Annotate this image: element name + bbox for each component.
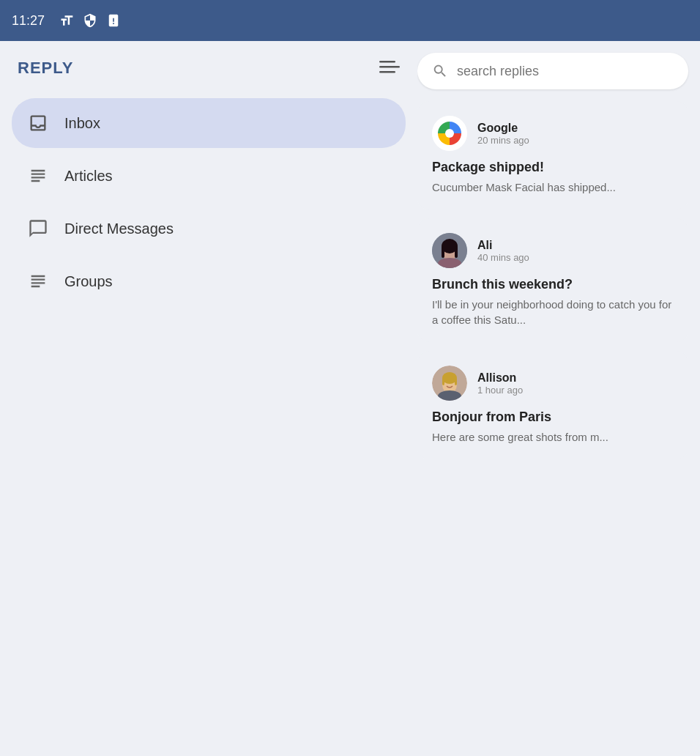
- avatar-allison: [432, 366, 467, 401]
- sidebar-item-articles-label: Articles: [64, 168, 113, 185]
- avatar-google: [432, 116, 467, 151]
- shield-icon: [83, 13, 97, 28]
- search-bar: [417, 53, 688, 89]
- menu-collapse-button[interactable]: [379, 61, 400, 75]
- sidebar-item-groups-label: Groups: [64, 273, 113, 290]
- svg-rect-1: [379, 66, 400, 68]
- message-subject-ali: Brunch this weekend?: [432, 277, 674, 292]
- svg-rect-2: [379, 71, 395, 73]
- messages-list: Google 20 mins ago Package shipped! Cucu…: [417, 101, 700, 756]
- message-header-ali: Ali 40 mins ago: [432, 233, 674, 268]
- sender-time-allison: 1 hour ago: [477, 385, 674, 396]
- sidebar: REPLY Inbox Arti: [0, 41, 417, 756]
- status-time: 11:27: [12, 13, 45, 29]
- message-subject-allison: Bonjour from Paris: [432, 410, 674, 425]
- sender-info-allison: Allison 1 hour ago: [477, 371, 674, 396]
- message-card-allison[interactable]: Allison 1 hour ago Bonjour from Paris He…: [417, 351, 688, 459]
- svg-rect-9: [455, 246, 458, 258]
- sidebar-item-articles[interactable]: Articles: [12, 151, 406, 201]
- search-icon: [432, 63, 448, 79]
- svg-rect-14: [442, 378, 444, 385]
- sidebar-item-groups[interactable]: Groups: [12, 256, 406, 306]
- sidebar-item-direct-messages[interactable]: Direct Messages: [12, 204, 406, 253]
- sidebar-nav: Inbox Articles Direct Messages Groups: [12, 98, 406, 306]
- sender-name-ali: Ali: [477, 239, 674, 252]
- inbox-icon: [26, 111, 50, 135]
- svg-rect-15: [455, 378, 457, 385]
- message-subject-google: Package shipped!: [432, 160, 674, 175]
- direct-messages-icon: [26, 217, 50, 240]
- app-container: REPLY Inbox Arti: [0, 41, 700, 756]
- svg-point-4: [445, 129, 454, 138]
- message-preview-allison: Here are some great shots from m...: [432, 429, 674, 445]
- font-icon: [59, 13, 74, 28]
- sender-name-allison: Allison: [477, 371, 674, 385]
- avatar-ali: [432, 233, 467, 268]
- sender-info-google: Google 20 mins ago: [477, 122, 674, 146]
- groups-icon: [26, 270, 50, 293]
- sender-time-ali: 40 mins ago: [477, 252, 674, 263]
- sim-icon: [106, 13, 121, 28]
- sidebar-item-direct-messages-label: Direct Messages: [64, 220, 174, 237]
- app-title: REPLY: [18, 59, 73, 78]
- search-input[interactable]: [457, 64, 674, 79]
- status-bar: 11:27: [0, 0, 700, 41]
- articles-icon: [26, 164, 50, 188]
- sender-info-ali: Ali 40 mins ago: [477, 239, 674, 263]
- svg-rect-8: [442, 246, 444, 258]
- message-header-allison: Allison 1 hour ago: [432, 366, 674, 401]
- sidebar-item-inbox[interactable]: Inbox: [12, 98, 406, 148]
- message-preview-ali: I'll be in your neighborhood doing to ca…: [432, 297, 674, 327]
- svg-rect-0: [379, 61, 395, 63]
- message-preview-google: Cucumber Mask Facial has shipped...: [432, 179, 674, 195]
- message-card-google[interactable]: Google 20 mins ago Package shipped! Cucu…: [417, 101, 688, 210]
- sender-name-google: Google: [477, 122, 674, 135]
- message-header-google: Google 20 mins ago: [432, 116, 674, 151]
- right-panel: Google 20 mins ago Package shipped! Cucu…: [417, 41, 700, 756]
- sidebar-item-inbox-label: Inbox: [64, 115, 100, 132]
- sender-time-google: 20 mins ago: [477, 135, 674, 146]
- sidebar-header: REPLY: [12, 59, 406, 78]
- message-card-ali[interactable]: Ali 40 mins ago Brunch this weekend? I'l…: [417, 218, 688, 342]
